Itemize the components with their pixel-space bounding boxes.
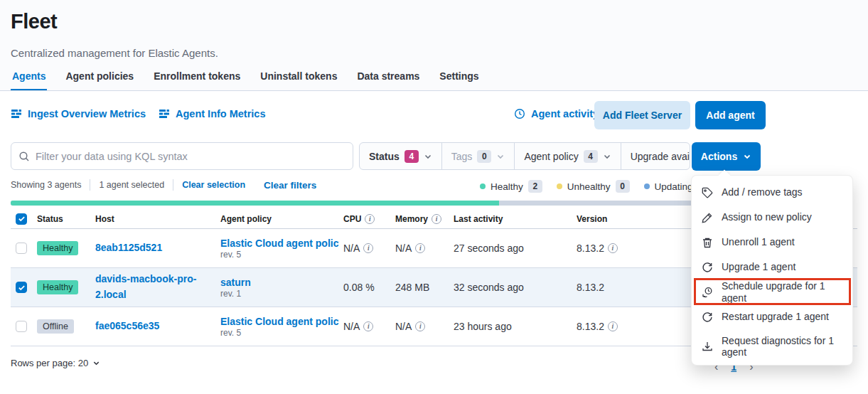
clear-filters-link[interactable]: Clear filters (264, 180, 316, 191)
page-title: Fleet (11, 10, 57, 33)
agent-activity-link[interactable]: Agent activity (514, 108, 599, 119)
upgrade-available-filter[interactable]: Upgrade available (621, 143, 690, 169)
menu-item-label: Add / remove tags (722, 186, 803, 198)
agent-policy-filter[interactable]: Agent policy 4 (515, 143, 621, 169)
row-checkbox[interactable] (16, 321, 27, 332)
chevron-down-icon (92, 359, 100, 367)
status-badge: Offline (37, 319, 74, 334)
showing-agents-text: Showing 3 agents (11, 180, 81, 190)
menu-item-label: Request diagnostics for 1 agent (722, 335, 842, 358)
host-link[interactable]: fae065c56e35 (95, 319, 159, 334)
tab-data-streams[interactable]: Data streams (355, 65, 421, 90)
health-bar-healthy-segment (11, 201, 499, 206)
ingest-overview-metrics-label: Ingest Overview Metrics (28, 108, 146, 119)
download-icon (702, 341, 713, 352)
tab-enrollment-tokens[interactable]: Enrollment tokens (152, 65, 242, 90)
tab-agents[interactable]: Agents (11, 65, 47, 90)
ingest-overview-metrics-link[interactable]: Ingest Overview Metrics (11, 108, 146, 119)
tab-settings[interactable]: Settings (438, 65, 480, 90)
pencil-icon (702, 212, 713, 223)
kql-search-input[interactable] (36, 151, 345, 162)
status-filter[interactable]: Status 4 (360, 143, 442, 169)
legend-updating-label: Updating (655, 181, 693, 192)
host-link[interactable]: 8eab1125d521 (95, 240, 162, 256)
agent-policy-link[interactable]: Elastic Cloud agent policy (220, 316, 339, 327)
healthy-dot-icon (480, 183, 486, 189)
actions-button[interactable]: Actions (692, 142, 761, 171)
info-icon[interactable]: i (415, 321, 425, 331)
column-header-last-activity[interactable]: Last activity (454, 214, 577, 224)
fleet-page: Fleet Centralized management for Elastic… (0, 0, 868, 394)
tab-uninstall-tokens[interactable]: Uninstall tokens (259, 65, 338, 90)
agent-policy-link[interactable]: saturn (220, 277, 251, 288)
menu-item-schedule-upgrade[interactable]: Schedule upgrade for 1 agent (692, 279, 852, 304)
tab-agent-policies[interactable]: Agent policies (64, 65, 135, 90)
cpu-value: 0.08 % (343, 282, 395, 293)
info-icon[interactable]: i (608, 243, 618, 253)
page-subtitle: Centralized management for Elastic Agent… (11, 47, 218, 59)
info-icon[interactable]: i (363, 243, 373, 253)
add-fleet-server-button[interactable]: Add Fleet Server (594, 101, 690, 129)
info-icon[interactable]: i (365, 214, 375, 224)
column-header-policy[interactable]: Agent policy (220, 214, 343, 224)
agent-policy-filter-count: 4 (584, 150, 598, 163)
status-badge: Healthy (37, 280, 78, 294)
info-icon[interactable]: i (608, 321, 618, 331)
last-activity-value: 32 seconds ago (454, 282, 577, 293)
memory-value: N/A (395, 243, 412, 254)
tab-bar: Agents Agent policies Enrollment tokens … (11, 65, 481, 90)
refresh-icon (702, 312, 713, 323)
filter-group: Status 4 Tags 0 Agent policy 4 Upgrade a… (359, 142, 690, 170)
upgrade-available-label: Upgrade available (631, 151, 690, 162)
page-header: Fleet Centralized management for Elastic… (0, 0, 868, 91)
last-activity-value: 23 hours ago (454, 321, 577, 332)
updating-dot-icon (644, 183, 650, 189)
tags-filter-label: Tags (451, 151, 473, 162)
search-filter-row: Status 4 Tags 0 Agent policy 4 Upgrade a… (11, 142, 857, 170)
legend-unhealthy-count: 0 (616, 180, 630, 193)
agent-info-metrics-link[interactable]: Agent Info Metrics (159, 108, 265, 119)
toolbar: Ingest Overview Metrics Agent Info Metri… (11, 101, 857, 129)
column-header-status[interactable]: Status (37, 214, 95, 224)
agent-policy-link[interactable]: Elastic Cloud agent policy (220, 238, 339, 249)
host-link[interactable]: davids-macbook-pro-2.local (95, 272, 216, 302)
info-icon[interactable]: i (415, 243, 425, 253)
tag-icon (702, 187, 713, 198)
agent-activity-label: Agent activity (531, 108, 599, 119)
tags-filter[interactable]: Tags 0 (442, 143, 515, 169)
agent-policy-filter-label: Agent policy (524, 151, 578, 162)
legend-unhealthy-label: Unhealthy (567, 181, 611, 192)
menu-item-unenroll-agent[interactable]: Unenroll 1 agent (692, 230, 852, 255)
row-checkbox[interactable] (16, 282, 27, 293)
column-header-host[interactable]: Host (95, 214, 220, 224)
menu-item-request-diagnostics[interactable]: Request diagnostics for 1 agent (692, 329, 852, 363)
memory-value: N/A (395, 321, 412, 332)
clear-selection-link[interactable]: Clear selection (182, 180, 245, 190)
menu-item-restart-upgrade[interactable]: Restart upgrade 1 agent (692, 304, 852, 329)
policy-revision: rev. 5 (220, 328, 241, 338)
trash-icon (702, 237, 713, 248)
legend-unhealthy: Unhealthy 0 (557, 180, 630, 193)
memory-value: 248 MB (395, 282, 454, 293)
version-value: 8.13.2 (577, 243, 604, 254)
menu-item-label: Assign to new policy (722, 211, 812, 223)
column-header-cpu[interactable]: CPUi (343, 214, 395, 224)
column-header-memory[interactable]: Memoryi (395, 214, 454, 224)
kql-search-box[interactable] (11, 142, 353, 170)
row-checkbox[interactable] (16, 243, 27, 254)
select-all-checkbox[interactable] (16, 213, 27, 225)
menu-item-label: Upgrade 1 agent (722, 261, 795, 272)
divider (90, 179, 90, 191)
info-icon[interactable]: i (363, 321, 373, 331)
rows-per-page-label: Rows per page: 20 (11, 358, 88, 368)
bar-chart-icon (159, 108, 170, 119)
chevron-down-icon (603, 152, 611, 161)
info-icon[interactable]: i (432, 214, 441, 224)
menu-item-add-remove-tags[interactable]: Add / remove tags (692, 180, 852, 205)
legend-healthy-label: Healthy (491, 181, 523, 192)
add-agent-button[interactable]: Add agent (695, 101, 766, 129)
status-badge: Healthy (37, 241, 78, 255)
status-filter-count: 4 (404, 150, 419, 163)
menu-item-assign-to-new-policy[interactable]: Assign to new policy (692, 205, 852, 230)
menu-item-upgrade-agent[interactable]: Upgrade 1 agent (692, 255, 852, 279)
